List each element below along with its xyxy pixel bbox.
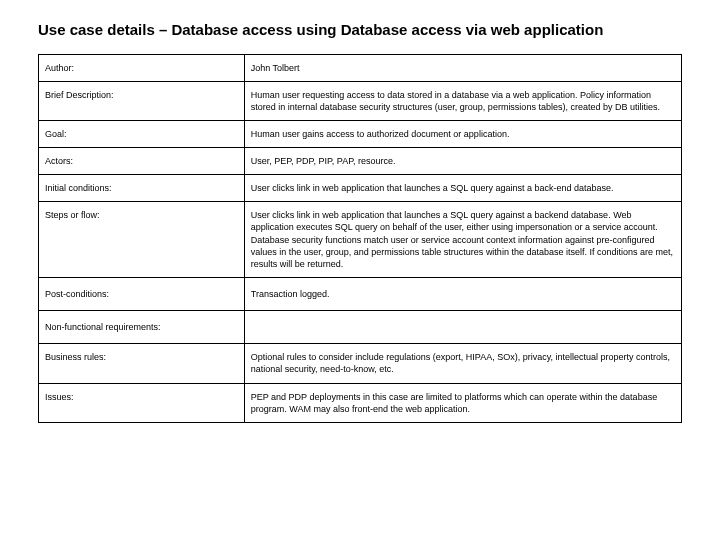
table-row: Post-conditions: Transaction logged. [39,278,682,311]
table-row: Initial conditions: User clicks link in … [39,175,682,202]
row-label: Steps or flow: [39,202,245,278]
row-value: John Tolbert [244,54,681,81]
row-value: Human user gains access to authorized do… [244,120,681,147]
row-label: Initial conditions: [39,175,245,202]
row-label: Issues: [39,383,245,422]
table-row: Non-functional requirements: [39,311,682,344]
row-value: User, PEP, PDP, PIP, PAP, resource. [244,148,681,175]
row-value: User clicks link in web application that… [244,202,681,278]
page-title: Use case details – Database access using… [38,20,682,40]
row-value: User clicks link in web application that… [244,175,681,202]
table-row: Brief Description: Human user requesting… [39,81,682,120]
row-label: Author: [39,54,245,81]
table-row: Issues: PEP and PDP deployments in this … [39,383,682,422]
row-label: Business rules: [39,344,245,383]
table-row: Author: John Tolbert [39,54,682,81]
row-label: Goal: [39,120,245,147]
table-row: Actors: User, PEP, PDP, PIP, PAP, resour… [39,148,682,175]
row-value: Human user requesting access to data sto… [244,81,681,120]
row-label: Post-conditions: [39,278,245,311]
row-value: Optional rules to consider include regul… [244,344,681,383]
table-row: Steps or flow: User clicks link in web a… [39,202,682,278]
table-row: Goal: Human user gains access to authori… [39,120,682,147]
row-value: PEP and PDP deployments in this case are… [244,383,681,422]
use-case-table: Author: John Tolbert Brief Description: … [38,54,682,423]
row-label: Actors: [39,148,245,175]
row-label: Non-functional requirements: [39,311,245,344]
row-label: Brief Description: [39,81,245,120]
table-row: Business rules: Optional rules to consid… [39,344,682,383]
page: Use case details – Database access using… [0,0,720,443]
row-value [244,311,681,344]
row-value: Transaction logged. [244,278,681,311]
